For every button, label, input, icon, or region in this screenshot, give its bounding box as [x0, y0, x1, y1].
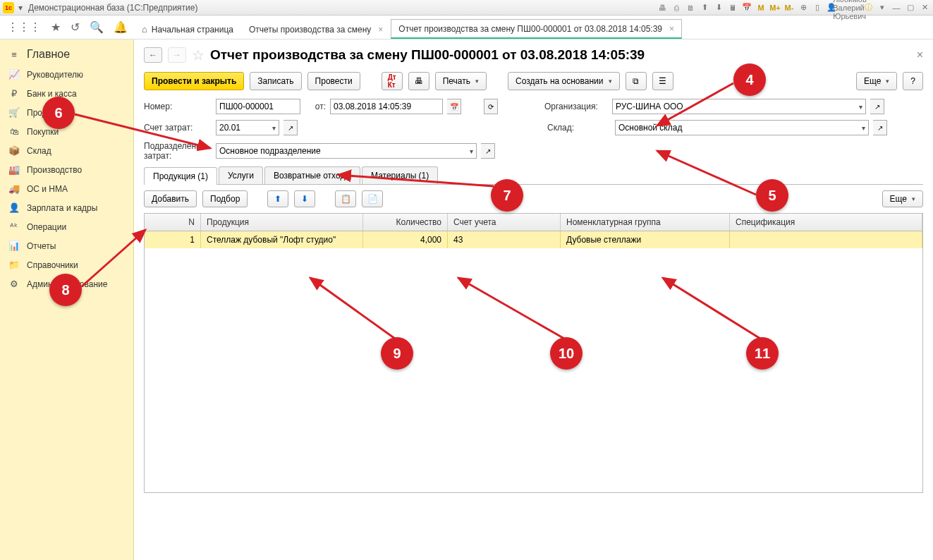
sub-toolbar: Добавить Подбор ⬆ ⬇ 📋 📄 Еще▾	[144, 185, 923, 213]
print-icon-button[interactable]: 🖶	[408, 72, 429, 90]
book-icon[interactable]: ▯	[812, 2, 823, 13]
tab-products[interactable]: Продукция (1)	[144, 167, 217, 185]
th-grp[interactable]: Номенклатурная группа	[561, 214, 730, 231]
from-label: от:	[305, 102, 326, 111]
titlebar-icons: 🖶 ⎙ 🗎 ⬆ ⬇ 🖩 📅 M M+ M- ⊕ ▯ 👤 Любимов Вале…	[657, 2, 930, 13]
list-button[interactable]: ☰	[652, 72, 673, 90]
annotation-4: 4	[733, 63, 766, 96]
nav-ref-label: Справочники	[27, 260, 78, 270]
chart-icon: 📈	[8, 69, 20, 80]
sidebar-manager[interactable]: 📈Руководителю	[0, 65, 133, 84]
dept-open-button[interactable]: ↗	[481, 143, 495, 159]
sidebar-hr[interactable]: 👤Зарплата и кадры	[0, 198, 133, 217]
worldup-icon[interactable]: ⬆	[699, 2, 710, 13]
add-button[interactable]: Добавить	[144, 190, 197, 207]
date-field[interactable]: 03.08.2018 14:05:39	[330, 99, 443, 114]
bell-icon[interactable]: 🔔	[114, 20, 128, 34]
copy-button[interactable]: 📋	[335, 190, 356, 207]
num-field[interactable]: ПШ00-000001	[216, 99, 300, 114]
user-name[interactable]: Любимов Валерий Юрьевич	[844, 2, 855, 13]
fwd-button[interactable]: →	[168, 47, 186, 63]
tab-services[interactable]: Услуги	[219, 166, 263, 184]
main: ≡Главное 📈Руководителю ₽Банк и касса 🛒Пр…	[0, 39, 933, 560]
info-dd-icon[interactable]: ▾	[877, 2, 888, 13]
dropdown-icon[interactable]: ▾	[18, 3, 23, 13]
sub-more-button[interactable]: Еще▾	[882, 190, 923, 207]
org-field[interactable]: РУС-ШИНА ООО	[612, 99, 866, 114]
cart-icon: 🛒	[8, 107, 20, 118]
th-prod[interactable]: Продукция	[201, 214, 363, 231]
star-icon[interactable]: ★	[51, 20, 61, 34]
print-icon[interactable]: 🖶	[657, 2, 668, 13]
m-icon[interactable]: M	[755, 2, 767, 13]
back-button[interactable]: ←	[144, 47, 162, 63]
th-acc[interactable]: Счет учета	[448, 214, 561, 231]
wh-open-button[interactable]: ↗	[873, 120, 887, 135]
tab-waste[interactable]: Возвратные отходы	[264, 166, 360, 184]
info-icon[interactable]: ⓘ	[862, 2, 874, 13]
worlddn-icon[interactable]: ⬇	[713, 2, 724, 13]
fav-star-icon[interactable]: ☆	[192, 47, 205, 63]
history-icon[interactable]: ↺	[71, 20, 80, 34]
mplus-icon[interactable]: M+	[769, 2, 781, 13]
tab-materials[interactable]: Материалы (1)	[362, 166, 438, 184]
up-button[interactable]: ⬆	[267, 190, 288, 207]
th-spec[interactable]: Спецификация	[730, 214, 922, 231]
tab-home[interactable]: ⌂ Начальная страница	[134, 19, 241, 39]
dept-field[interactable]: Основное подразделение	[216, 143, 477, 159]
th-qty[interactable]: Количество	[363, 214, 448, 231]
acc-field[interactable]: 20.01	[216, 120, 279, 135]
page-close-button[interactable]: ×	[917, 49, 923, 61]
maximize-button[interactable]: ▢	[905, 2, 916, 13]
post-button[interactable]: Провести	[307, 72, 360, 90]
tab-reports[interactable]: Отчеты производства за смену ×	[241, 19, 391, 39]
sidebar-burger[interactable]: ≡Главное	[0, 44, 133, 65]
sidebar-ops[interactable]: ᴬᵏОперации	[0, 217, 133, 236]
th-n[interactable]: N	[145, 214, 201, 231]
paste-button[interactable]: 📄	[362, 190, 383, 207]
help-button[interactable]: ?	[903, 72, 923, 90]
gear-icon: ⚙	[8, 279, 20, 289]
acc-open-button[interactable]: ↗	[283, 120, 298, 135]
search-icon[interactable]: 🔍	[90, 20, 104, 34]
refresh-button[interactable]: ⟳	[484, 99, 498, 114]
apps-icon[interactable]: ⋮⋮⋮	[7, 20, 41, 34]
sidebar-reports[interactable]: 📊Отчеты	[0, 236, 133, 255]
sidebar-ref[interactable]: 📁Справочники	[0, 255, 133, 274]
zoom-icon[interactable]: ⊕	[798, 2, 809, 13]
calc-icon[interactable]: 🖩	[727, 2, 738, 13]
td-grp: Дубовые стеллажи	[561, 231, 730, 248]
sidebar-os[interactable]: 🚚ОС и НМА	[0, 179, 133, 198]
print2-icon[interactable]: ⎙	[671, 2, 682, 13]
pick-button[interactable]: Подбор	[202, 190, 248, 207]
print-button[interactable]: Печать▾	[435, 72, 487, 90]
minimize-button[interactable]: —	[891, 2, 902, 13]
sidebar-stock[interactable]: 📦Склад	[0, 141, 133, 160]
close-button[interactable]: ✕	[919, 2, 930, 13]
org-value: РУС-ШИНА ООО	[616, 102, 683, 111]
write-button[interactable]: Записать	[250, 72, 301, 90]
post-close-button[interactable]: Провести и закрыть	[144, 72, 244, 90]
tab-waste-label: Возвратные отходы	[274, 171, 351, 181]
print-label: Печать	[443, 76, 470, 86]
down-button[interactable]: ⬇	[294, 190, 315, 207]
dtkt-button[interactable]: ДтКт	[382, 72, 403, 90]
more-button[interactable]: Еще▾	[856, 72, 897, 90]
nav-hr-label: Зарплата и кадры	[27, 203, 97, 213]
create-based-button[interactable]: Создать на основании▾	[508, 72, 620, 90]
sidebar-prod[interactable]: 🏭Производство	[0, 160, 133, 179]
tab-report-doc[interactable]: Отчет производства за смену ПШ00-000001 …	[391, 19, 682, 39]
table-header: N Продукция Количество Счет учета Номенк…	[145, 214, 922, 231]
org-open-button[interactable]: ↗	[870, 99, 884, 114]
calendar-icon[interactable]: 📅	[741, 2, 752, 13]
close-icon[interactable]: ×	[669, 24, 674, 34]
tree-button[interactable]: ⧉	[626, 72, 647, 90]
top-strip: ⋮⋮⋮ ★ ↺ 🔍 🔔 ⌂ Начальная страница Отчеты …	[0, 16, 933, 39]
close-icon[interactable]: ×	[378, 25, 383, 35]
doc-icon[interactable]: 🗎	[685, 2, 696, 13]
home-icon: ⌂	[142, 24, 147, 35]
calendar-button[interactable]: 📅	[447, 99, 461, 114]
wh-field[interactable]: Основной склад	[615, 120, 869, 135]
mminus-icon[interactable]: M-	[783, 2, 795, 13]
table-row[interactable]: 1 Стеллаж дубовый "Лофт студио" 4,000 43…	[145, 231, 922, 248]
